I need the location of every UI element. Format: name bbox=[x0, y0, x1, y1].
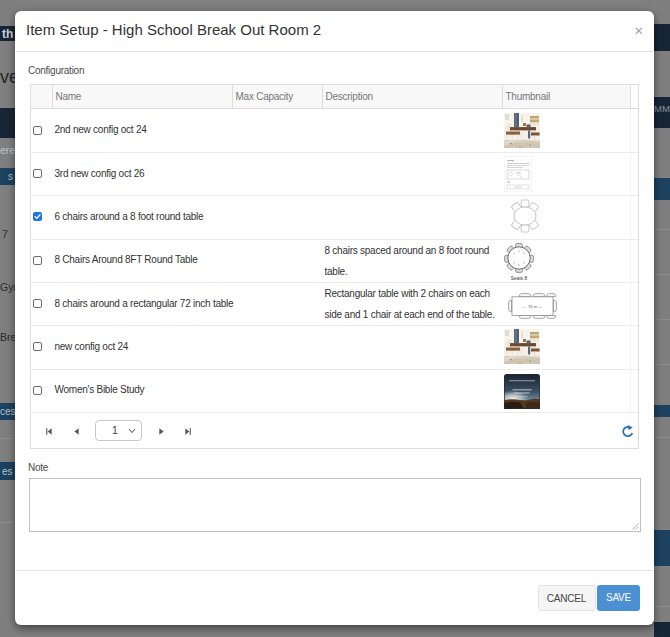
svg-text:← 70 in →: ← 70 in → bbox=[523, 304, 543, 309]
svg-text:Seats 8: Seats 8 bbox=[511, 275, 528, 280]
